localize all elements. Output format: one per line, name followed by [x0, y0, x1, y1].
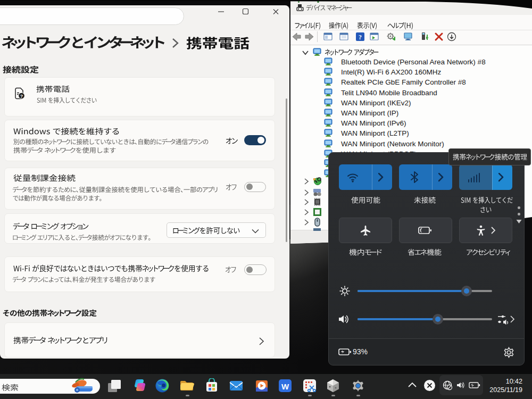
svg-text:W: W	[281, 382, 289, 391]
svg-text:?: ?	[20, 94, 23, 99]
svg-text:?: ?	[359, 34, 362, 41]
